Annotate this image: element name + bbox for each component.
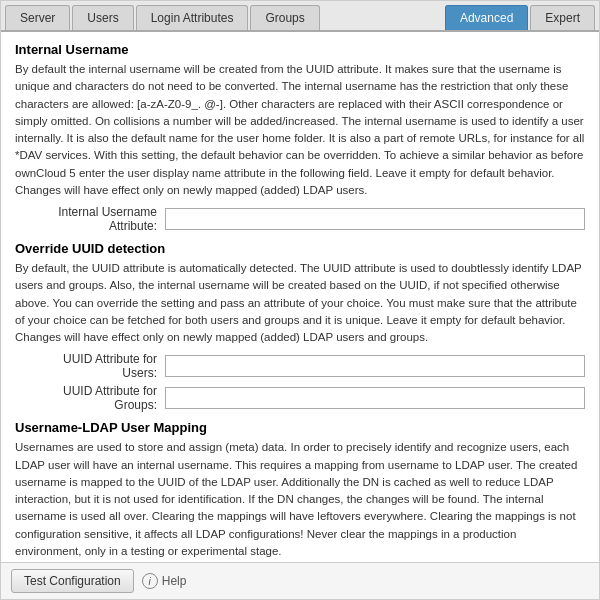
form-row-uuid-users: UUID Attribute for Users: (15, 352, 585, 380)
help-icon: i (142, 573, 158, 589)
label-uuid-groups: UUID Attribute for Groups: (35, 384, 165, 412)
input-uuid-users[interactable] (165, 355, 585, 377)
desc-internal-username: By default the internal username will be… (15, 61, 585, 199)
label-internal-username: Internal Username Attribute: (35, 205, 165, 233)
tab-login-attributes[interactable]: Login Attributes (136, 5, 249, 30)
section-internal-username: Internal Username By default the interna… (15, 42, 585, 233)
tab-groups[interactable]: Groups (250, 5, 319, 30)
help-link[interactable]: i Help (142, 573, 187, 589)
tab-server[interactable]: Server (5, 5, 70, 30)
tab-bar: Server Users Login Attributes Groups Adv… (1, 1, 599, 32)
section-title-internal-username: Internal Username (15, 42, 585, 57)
tab-users[interactable]: Users (72, 5, 133, 30)
content-area: Internal Username By default the interna… (1, 32, 599, 562)
bottom-bar: Test Configuration i Help (1, 562, 599, 599)
form-row-internal-username: Internal Username Attribute: (15, 205, 585, 233)
tab-expert[interactable]: Expert (530, 5, 595, 30)
btn-test-configuration[interactable]: Test Configuration (11, 569, 134, 593)
section-title-username-ldap: Username-LDAP User Mapping (15, 420, 585, 435)
input-uuid-groups[interactable] (165, 387, 585, 409)
form-row-uuid-groups: UUID Attribute for Groups: (15, 384, 585, 412)
input-internal-username[interactable] (165, 208, 585, 230)
desc-username-ldap: Usernames are used to store and assign (… (15, 439, 585, 560)
help-label: Help (162, 574, 187, 588)
section-title-uuid: Override UUID detection (15, 241, 585, 256)
section-username-ldap: Username-LDAP User Mapping Usernames are… (15, 420, 585, 562)
label-uuid-users: UUID Attribute for Users: (35, 352, 165, 380)
section-uuid-detection: Override UUID detection By default, the … (15, 241, 585, 412)
tab-advanced[interactable]: Advanced (445, 5, 528, 30)
desc-uuid: By default, the UUID attribute is automa… (15, 260, 585, 346)
